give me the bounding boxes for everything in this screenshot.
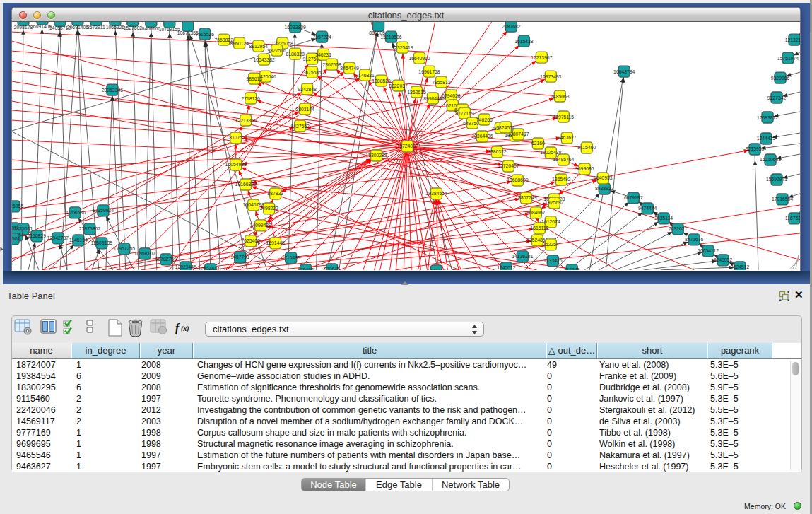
svg-text:16640910: 16640910 <box>408 56 430 61</box>
svg-text:1615112: 1615112 <box>530 226 548 230</box>
svg-text:12213967: 12213967 <box>531 55 552 60</box>
svg-text:9699695: 9699695 <box>575 166 594 171</box>
svg-text:15692971: 15692971 <box>766 177 787 182</box>
svg-text:1244415: 1244415 <box>757 136 776 141</box>
svg-text:746266: 746266 <box>476 117 493 122</box>
svg-text:8938923: 8938923 <box>595 186 614 191</box>
svg-text:15720407: 15720407 <box>498 163 519 168</box>
svg-text:1975692: 1975692 <box>545 200 564 205</box>
svg-text:1810753: 1810753 <box>227 136 246 141</box>
svg-text:8427552: 8427552 <box>290 124 310 129</box>
svg-text:7625402: 7625402 <box>241 238 260 243</box>
svg-text:18807249: 18807249 <box>515 195 536 200</box>
svg-text:1213217: 1213217 <box>785 37 800 42</box>
svg-text:989613: 989613 <box>246 76 262 81</box>
svg-text:6794028: 6794028 <box>442 93 461 98</box>
svg-text:10688609: 10688609 <box>507 177 528 182</box>
svg-text:17359924: 17359924 <box>93 208 114 213</box>
svg-text:8912954: 8912954 <box>249 44 268 49</box>
svg-text:3215955: 3215955 <box>746 146 765 151</box>
svg-text:912345: 912345 <box>564 267 580 270</box>
svg-text:16033809: 16033809 <box>285 25 306 30</box>
svg-text:19384554: 19384554 <box>425 191 447 196</box>
svg-text:1640953: 1640953 <box>594 175 613 180</box>
svg-text:10543382: 10543382 <box>254 57 275 62</box>
svg-text:62160: 62160 <box>531 141 545 146</box>
svg-text:1167532: 1167532 <box>785 216 800 221</box>
svg-text:1733426: 1733426 <box>543 258 563 263</box>
svg-text:546231: 546231 <box>315 52 331 57</box>
svg-text:2367608: 2367608 <box>322 62 341 67</box>
svg-text:f: f <box>175 322 180 334</box>
svg-text:15300293: 15300293 <box>365 153 387 158</box>
svg-text:(x): (x) <box>181 325 189 333</box>
svg-text:20691406: 20691406 <box>67 25 88 30</box>
svg-text:9474444: 9474444 <box>638 206 657 211</box>
svg-text:9524512: 9524512 <box>731 264 750 269</box>
svg-text:1292344: 1292344 <box>427 268 446 270</box>
svg-text:9146821: 9146821 <box>355 73 375 78</box>
svg-text:7515526: 7515526 <box>196 32 215 37</box>
svg-text:7386322: 7386322 <box>488 149 507 154</box>
svg-text:1156829: 1156829 <box>28 233 46 238</box>
svg-text:16961758: 16961758 <box>418 69 440 74</box>
svg-text:1716485: 1716485 <box>281 255 300 260</box>
svg-text:9463627: 9463627 <box>558 136 577 141</box>
svg-text:9245052: 9245052 <box>714 257 733 262</box>
svg-text:12505135: 12505135 <box>91 240 112 245</box>
svg-text:9115460: 9115460 <box>577 145 596 150</box>
svg-text:7357224: 7357224 <box>312 35 331 40</box>
svg-text:8990448: 8990448 <box>423 96 442 101</box>
svg-text:17016504: 17016504 <box>772 197 793 201</box>
svg-text:1691445: 1691445 <box>266 240 285 245</box>
svg-text:3675685: 3675685 <box>302 70 322 75</box>
svg-text:2024601: 2024601 <box>201 267 220 270</box>
svg-text:51501: 51501 <box>12 236 20 241</box>
svg-text:20206536: 20206536 <box>64 210 86 215</box>
svg-text:1362615: 1362615 <box>407 90 426 95</box>
svg-text:976462: 976462 <box>298 267 314 270</box>
svg-text:9329966: 9329966 <box>771 76 790 81</box>
svg-text:1365492: 1365492 <box>552 177 571 182</box>
svg-text:2026055: 2026055 <box>12 204 23 209</box>
svg-text:10958107: 10958107 <box>134 251 155 256</box>
svg-text:1065326: 1065326 <box>106 25 125 30</box>
svg-text:17957255: 17957255 <box>114 246 135 251</box>
svg-text:252254: 252254 <box>543 242 559 247</box>
svg-text:19166829: 19166829 <box>235 182 257 187</box>
svg-text:1388520: 1388520 <box>372 78 391 83</box>
svg-text:9242848: 9242848 <box>298 87 317 92</box>
svg-text:8186328: 8186328 <box>286 52 305 57</box>
svg-text:1145194: 1145194 <box>69 238 88 243</box>
svg-text:15495764: 15495764 <box>553 157 574 162</box>
svg-text:9084067: 9084067 <box>526 210 546 215</box>
svg-text:6679197: 6679197 <box>624 195 643 200</box>
svg-text:8471676: 8471676 <box>685 237 704 242</box>
svg-text:2718126: 2718126 <box>241 96 260 101</box>
svg-text:12325419: 12325419 <box>392 45 413 50</box>
svg-text:9827506: 9827506 <box>267 48 286 53</box>
svg-text:10807487: 10807487 <box>507 132 529 137</box>
svg-text:3824554: 3824554 <box>496 125 515 130</box>
svg-text:9777169: 9777169 <box>455 111 474 116</box>
svg-text:9457791: 9457791 <box>231 255 250 259</box>
svg-text:14136141: 14136141 <box>512 254 533 259</box>
svg-text:6466160: 6466160 <box>142 26 161 31</box>
svg-text:2098178: 2098178 <box>14 25 33 30</box>
svg-text:2803144: 2803144 <box>295 107 314 112</box>
svg-text:16648784: 16648784 <box>613 69 635 74</box>
svg-text:887833: 887833 <box>267 191 283 196</box>
svg-text:12213369: 12213369 <box>235 118 257 123</box>
svg-text:2935114: 2935114 <box>654 216 673 221</box>
svg-text:18724007: 18724007 <box>396 144 418 148</box>
svg-text:20053346: 20053346 <box>102 88 123 93</box>
svg-text:20364436: 20364436 <box>471 134 493 139</box>
svg-text:16210643: 16210643 <box>760 157 781 162</box>
svg-text:7632621: 7632621 <box>669 226 688 231</box>
svg-text:8454749: 8454749 <box>340 66 359 71</box>
svg-text:23975867: 23975867 <box>79 226 100 231</box>
svg-text:12942737: 12942737 <box>47 235 69 240</box>
svg-text:7955812: 7955812 <box>432 80 451 85</box>
svg-text:8573911: 8573911 <box>87 25 105 30</box>
svg-text:12093872: 12093872 <box>757 115 778 120</box>
